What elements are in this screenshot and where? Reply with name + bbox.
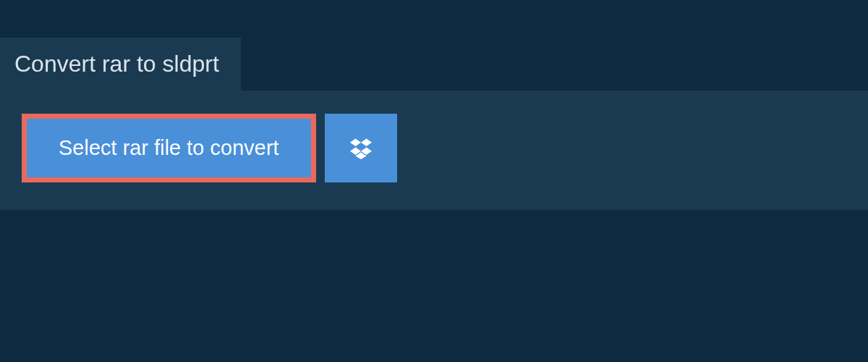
page-title: Convert rar to sldprt (14, 51, 219, 77)
header-tab: Convert rar to sldprt (0, 38, 241, 90)
main-panel: Select rar file to convert (0, 90, 868, 210)
select-file-highlight: Select rar file to convert (22, 114, 316, 182)
button-row: Select rar file to convert (22, 114, 846, 182)
select-file-button[interactable]: Select rar file to convert (27, 119, 311, 177)
dropbox-icon (348, 135, 374, 161)
dropbox-button[interactable] (325, 114, 397, 182)
